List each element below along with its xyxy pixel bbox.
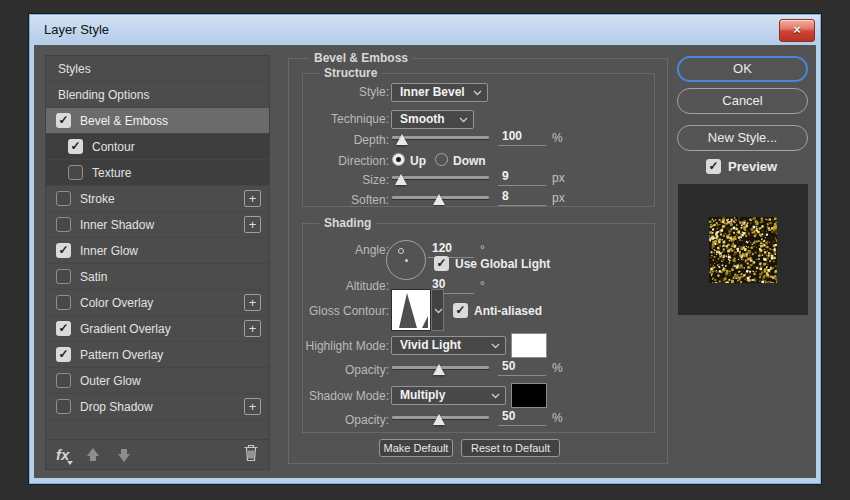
- shadow-color-swatch[interactable]: [511, 383, 547, 408]
- highlight-color-swatch[interactable]: [511, 333, 547, 358]
- highlight-opacity-unit: %: [552, 361, 563, 375]
- effect-checkbox[interactable]: ✓: [56, 321, 71, 336]
- angle-dial[interactable]: [386, 240, 426, 280]
- size-unit: px: [552, 171, 565, 185]
- shadow-opacity-label: Opacity:: [291, 413, 389, 427]
- effect-checkbox[interactable]: ✓: [56, 347, 71, 362]
- fx-menu-button[interactable]: fx: [56, 447, 69, 463]
- depth-slider[interactable]: [392, 131, 489, 145]
- anti-aliased-checkbox[interactable]: ✓: [453, 303, 468, 318]
- use-global-light-checkbox[interactable]: ✓: [434, 256, 449, 271]
- highlight-mode-dropdown[interactable]: Vivid Light: [391, 336, 506, 355]
- sidebar-item-gradient-overlay[interactable]: ✓Gradient Overlay+: [46, 316, 269, 342]
- sidebar-item-outer-glow[interactable]: ✓Outer Glow: [46, 368, 269, 394]
- direction-down-radio[interactable]: [435, 153, 448, 166]
- add-effect-button[interactable]: +: [244, 320, 261, 337]
- sidebar-item-stroke[interactable]: ✓Stroke+: [46, 186, 269, 212]
- slider-thumb[interactable]: [433, 364, 445, 375]
- arrow-down-icon: [118, 454, 130, 462]
- add-effect-button[interactable]: +: [244, 216, 261, 233]
- close-button[interactable]: ×: [779, 19, 815, 42]
- sidebar-item-blending-options[interactable]: Blending Options: [46, 82, 269, 108]
- panel-title: Bevel & Emboss: [309, 51, 413, 65]
- sidebar-item-inner-shadow[interactable]: ✓Inner Shadow+: [46, 212, 269, 238]
- effect-checkbox[interactable]: ✓: [56, 399, 71, 414]
- reset-to-default-button[interactable]: Reset to Default: [461, 439, 560, 457]
- sidebar-item-label: Contour: [92, 140, 261, 154]
- highlight-opacity-value-field[interactable]: 50: [498, 359, 546, 376]
- depth-value-field[interactable]: 100: [498, 129, 546, 146]
- sidebar-item-label: Inner Glow: [80, 244, 261, 258]
- sidebar-item-contour[interactable]: ✓Contour: [46, 134, 269, 160]
- cancel-button[interactable]: Cancel: [677, 88, 808, 114]
- size-value-field[interactable]: 9: [498, 169, 546, 186]
- shading-group-title: Shading: [319, 216, 376, 230]
- contour-dropdown-arrow[interactable]: [431, 289, 444, 331]
- add-effect-button[interactable]: +: [244, 398, 261, 415]
- sidebar-item-label: Stroke: [80, 192, 235, 206]
- highlight-opacity-slider[interactable]: [392, 361, 489, 375]
- shadow-mode-label: Shadow Mode:: [291, 389, 389, 403]
- sidebar-item-texture[interactable]: ✓Texture: [46, 160, 269, 186]
- chevron-down-icon: [491, 343, 500, 349]
- effect-checkbox[interactable]: ✓: [68, 139, 83, 154]
- soften-value-field[interactable]: 8: [498, 189, 546, 206]
- shadow-opacity-value-field[interactable]: 50: [498, 409, 546, 426]
- sidebar-item-color-overlay[interactable]: ✓Color Overlay+: [46, 290, 269, 316]
- effect-checkbox[interactable]: ✓: [56, 243, 71, 258]
- soften-slider[interactable]: [392, 191, 489, 205]
- shadow-opacity-slider[interactable]: [392, 411, 489, 425]
- effects-sidebar: StylesBlending Options✓Bevel & Emboss✓Co…: [45, 55, 270, 470]
- title-bar[interactable]: Layer Style ×: [30, 15, 820, 45]
- preview-checkbox[interactable]: ✓: [706, 159, 721, 174]
- delete-effect-button[interactable]: [243, 444, 259, 466]
- slider-thumb[interactable]: [433, 414, 445, 425]
- slider-thumb[interactable]: [396, 134, 408, 145]
- sidebar-item-drop-shadow[interactable]: ✓Drop Shadow+: [46, 394, 269, 420]
- sidebar-item-label: Blending Options: [58, 88, 261, 102]
- chevron-down-icon: [491, 393, 500, 399]
- effect-checkbox[interactable]: ✓: [56, 269, 71, 284]
- effect-checkbox[interactable]: ✓: [56, 217, 71, 232]
- style-dropdown[interactable]: Inner Bevel: [391, 83, 488, 102]
- angle-unit: °: [480, 243, 485, 257]
- make-default-button[interactable]: Make Default: [379, 439, 453, 457]
- dialog-body: StylesBlending Options✓Bevel & Emboss✓Co…: [34, 45, 816, 478]
- effect-checkbox[interactable]: ✓: [56, 295, 71, 310]
- sidebar-item-pattern-overlay[interactable]: ✓Pattern Overlay: [46, 342, 269, 368]
- move-effect-up-button[interactable]: [86, 448, 100, 462]
- direction-up-radio[interactable]: [392, 153, 405, 166]
- ok-button[interactable]: OK: [677, 56, 808, 82]
- slider-thumb[interactable]: [395, 174, 407, 185]
- sidebar-item-label: Inner Shadow: [80, 218, 235, 232]
- sidebar-toolbar: fx: [46, 439, 269, 469]
- effect-checkbox[interactable]: ✓: [56, 373, 71, 388]
- chevron-down-icon: [459, 117, 468, 123]
- effect-checkbox[interactable]: ✓: [56, 113, 71, 128]
- shadow-mode-dropdown[interactable]: Multiply: [391, 386, 506, 405]
- move-effect-down-button[interactable]: [117, 448, 131, 462]
- sidebar-item-styles[interactable]: Styles: [46, 56, 269, 82]
- size-slider[interactable]: [392, 171, 489, 185]
- effect-checkbox[interactable]: ✓: [68, 165, 83, 180]
- sidebar-item-satin[interactable]: ✓Satin: [46, 264, 269, 290]
- trash-icon: [243, 444, 259, 462]
- shadow-opacity-unit: %: [552, 411, 563, 425]
- highlight-mode-label: Highlight Mode:: [291, 339, 389, 353]
- chevron-down-icon: [434, 308, 443, 314]
- sidebar-item-label: Drop Shadow: [80, 400, 235, 414]
- sidebar-item-bevel-emboss[interactable]: ✓Bevel & Emboss: [46, 108, 269, 134]
- direction-label: Direction:: [291, 154, 389, 168]
- add-effect-button[interactable]: +: [244, 294, 261, 311]
- altitude-label: Altitude:: [291, 279, 389, 293]
- sidebar-item-inner-glow[interactable]: ✓Inner Glow: [46, 238, 269, 264]
- sidebar-item-label: Gradient Overlay: [80, 322, 235, 336]
- chevron-down-icon: [473, 90, 482, 96]
- gloss-contour-picker[interactable]: [391, 289, 444, 331]
- slider-thumb[interactable]: [433, 194, 445, 205]
- add-effect-button[interactable]: +: [244, 190, 261, 207]
- effect-checkbox[interactable]: ✓: [56, 191, 71, 206]
- technique-dropdown[interactable]: Smooth: [391, 110, 474, 129]
- highlight-opacity-label: Opacity:: [291, 363, 389, 377]
- new-style-button[interactable]: New Style...: [677, 125, 808, 151]
